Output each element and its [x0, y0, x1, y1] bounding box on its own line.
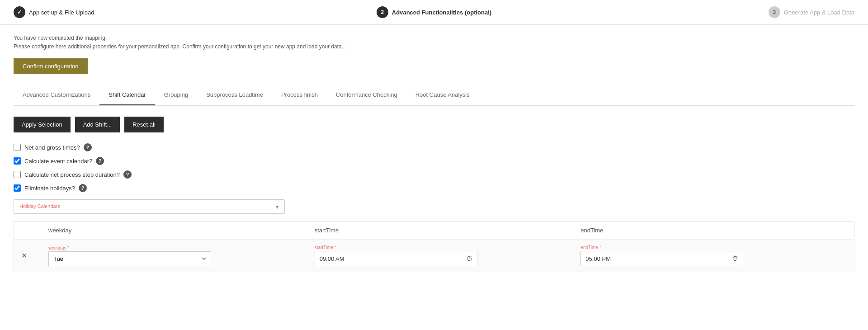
start-time-label: startTime *: [315, 245, 574, 250]
end-time-field-col: endTime * 05:00 PM ⏱: [580, 245, 847, 266]
header-end-time: endTime: [580, 227, 847, 234]
reset-all-button[interactable]: Reset all: [124, 117, 164, 132]
step-2-circle: 2: [377, 6, 388, 18]
end-time-label: endTime *: [580, 245, 840, 250]
step-3-circle: 3: [769, 6, 780, 18]
checkbox-holidays-row: Eliminate holidays? ?: [14, 184, 854, 192]
stepper: ✓ App set-up & File Upload 2 Advanced Fu…: [0, 0, 868, 25]
step-2: 2 Advanced Functionalities (optional): [294, 6, 574, 18]
checkbox-event-calendar-label: Calculate event calendar?: [24, 158, 92, 165]
step-1-circle: ✓: [14, 6, 25, 18]
help-icon-holidays: ?: [79, 184, 87, 192]
start-time-field-col: startTime * 09:00 AM ⏱: [315, 245, 581, 266]
holiday-calendar-field[interactable]: Holiday Calendars ▾: [14, 199, 285, 214]
end-time-value: 05:00 PM: [585, 255, 611, 262]
add-shift-button[interactable]: Add Shift...: [75, 117, 120, 132]
checkbox-net-process-label: Calculate net process step duration?: [24, 171, 120, 178]
help-icon-net-process: ?: [123, 170, 132, 179]
confirm-config-button[interactable]: Confirm configuration: [14, 58, 88, 74]
holiday-calendar-wrapper: Holiday Calendars ▾: [14, 199, 285, 214]
action-buttons-row: Apply Selection Add Shift... Reset all: [14, 117, 854, 132]
clock-icon-start: ⏱: [466, 255, 472, 262]
weekday-field-col: weekday * Tue: [48, 245, 315, 266]
header-start-time: startTime: [315, 227, 581, 234]
apply-selection-button[interactable]: Apply Selection: [14, 117, 71, 132]
help-icon-event-calendar: ?: [96, 157, 104, 165]
weekday-field-label: weekday *: [48, 245, 211, 250]
shift-calendar-content: Apply Selection Add Shift... Reset all N…: [14, 106, 854, 283]
checkbox-event-calendar[interactable]: [14, 157, 21, 165]
tab-conformance-checking[interactable]: Conformance Checking: [327, 85, 406, 105]
help-icon-net-gross: ?: [84, 143, 92, 151]
tab-advanced-customizations[interactable]: Advanced Customizations: [14, 85, 99, 105]
delete-row-button[interactable]: ✕: [21, 251, 27, 260]
info-line1: You have now completed the mapping.: [14, 34, 854, 42]
checkbox-net-gross-label: Net and gross times?: [24, 144, 80, 151]
info-text: You have now completed the mapping. Plea…: [14, 34, 854, 51]
weekday-select[interactable]: Tue: [48, 251, 211, 266]
checkbox-net-gross-row: Net and gross times? ?: [14, 143, 854, 151]
step-1: ✓ App set-up & File Upload: [14, 6, 294, 18]
header-weekday: weekday: [48, 227, 315, 234]
checkbox-net-gross[interactable]: [14, 144, 21, 151]
tab-root-cause-analysis[interactable]: Root Cause Analysis: [406, 85, 479, 105]
shift-table: weekday startTime endTime ✕ weekday * Tu…: [14, 221, 854, 272]
tab-bar: Advanced Customizations Shift Calendar G…: [14, 85, 854, 106]
shift-table-header: weekday startTime endTime: [14, 222, 854, 240]
step-2-label: Advanced Functionalities (optional): [392, 9, 491, 16]
start-time-field[interactable]: 09:00 AM ⏱: [315, 251, 477, 266]
tab-shift-calendar[interactable]: Shift Calendar: [99, 85, 155, 105]
row-delete-cell: ✕: [21, 251, 48, 260]
shift-table-row: ✕ weekday * Tue startTime * 09:00 AM ⏱: [14, 240, 854, 272]
tab-subprocess-leadtime[interactable]: Subprocess Leadtime: [197, 85, 272, 105]
checkbox-net-process[interactable]: [14, 171, 21, 178]
tab-grouping[interactable]: Grouping: [155, 85, 197, 105]
weekday-select-wrapper: weekday * Tue: [48, 245, 211, 266]
end-time-field[interactable]: 05:00 PM ⏱: [580, 251, 743, 266]
header-col0: [21, 227, 48, 234]
checkbox-holidays-label: Eliminate holidays?: [24, 185, 75, 192]
checkbox-holidays[interactable]: [14, 184, 21, 192]
start-time-value: 09:00 AM: [320, 255, 344, 262]
checkbox-event-calendar-row: Calculate event calendar? ?: [14, 157, 854, 165]
clock-icon-end: ⏱: [732, 255, 738, 262]
tab-process-finish[interactable]: Process finish: [272, 85, 327, 105]
info-line2: Please configure here additional propert…: [14, 42, 854, 51]
chevron-down-icon: ▾: [276, 203, 279, 210]
step-1-label: App set-up & File Upload: [29, 9, 94, 16]
holiday-calendar-label: Holiday Calendars: [19, 203, 60, 209]
checkbox-net-process-row: Calculate net process step duration? ?: [14, 170, 854, 179]
main-content: You have now completed the mapping. Plea…: [0, 25, 868, 292]
step-3: 3 Generate App & Load Data: [574, 6, 854, 18]
step-3-label: Generate App & Load Data: [784, 9, 854, 16]
